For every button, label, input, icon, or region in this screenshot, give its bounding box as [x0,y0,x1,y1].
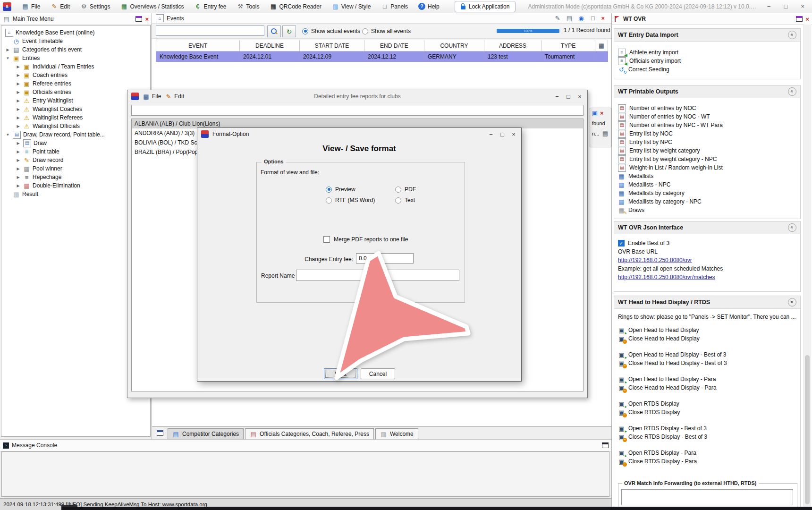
tree-item[interactable]: ▶▣Individual / Team Entries [1,62,150,71]
merge-pdf-checkbox[interactable]: Merge PDF reports to one file [323,236,408,243]
collapse-chevron-icon[interactable]: « [788,298,796,306]
close-display-item[interactable]: ▣−Close Head to Head Display - Para [614,383,800,392]
format-radio-rtf-ms-word-[interactable]: RTF (MS Word) [326,197,375,204]
ovr-item[interactable]: ▦✎Draws [614,206,800,214]
fee-close-icon[interactable]: × [576,93,584,100]
format-radio-pdf[interactable]: PDF [395,186,416,193]
enable-best-of-3-checkbox[interactable]: ✓Enable Best of 3 [614,239,800,247]
open-display-item[interactable]: ▣▸Open Head to Head Display [614,326,800,334]
chevron-down-icon[interactable]: ▼ [5,56,10,60]
ovr-maximize-icon[interactable] [796,16,803,22]
ovr-item[interactable]: ≡◀Officials entry import [614,57,800,65]
sliver-close-icon[interactable]: × [600,110,604,116]
dialog-close-icon[interactable]: × [510,131,517,138]
tab-welcome[interactable]: ▥Welcome [375,428,418,439]
cancel-button[interactable]: Cancel [361,368,395,379]
chevron-right-icon[interactable]: ▶ [16,184,21,188]
column-header[interactable]: EVENT [156,40,240,51]
ovr-item[interactable]: ▤Number of entries by NOC [614,104,800,112]
column-header[interactable]: END DATE [364,40,424,51]
search-button[interactable] [267,26,281,37]
chevron-right-icon[interactable]: ▶ [16,124,21,128]
e_copy-icon[interactable]: ▤ [566,15,573,22]
radio-show-all-events[interactable]: Show all events [362,28,411,34]
matches-url-link[interactable]: http://192.168.0.250:8080/ovr/matches [614,273,800,281]
menu-panels[interactable]: □Panels [381,3,408,10]
ovr-scrollbar-thumb[interactable] [805,355,810,504]
column-header[interactable]: TYPE [541,40,595,51]
chevron-right-icon[interactable]: ▶ [16,82,21,86]
chevron-right-icon[interactable]: ▶ [16,99,21,103]
format-radio-text[interactable]: Text [395,197,415,204]
tree-item[interactable]: ⌂Knowledge Base Event (online) [1,28,150,37]
ovr-close-icon[interactable]: × [805,16,809,22]
column-header[interactable]: COUNTRY [424,40,484,51]
fee-filter-input[interactable] [131,105,584,116]
chevron-right-icon[interactable]: ▶ [16,116,21,120]
ovr-item[interactable]: ▤Entry list by weight category [614,146,800,155]
menu-settings[interactable]: ⚙Settings [80,3,110,10]
minimize-icon[interactable]: − [767,3,771,10]
tab-competitor-categories[interactable]: ▤Competitor Categories [168,428,244,439]
format-radio-preview[interactable]: Preview [326,186,355,193]
column-config-button[interactable]: ▦ [595,40,608,51]
chevron-right-icon[interactable]: ▶ [16,65,21,69]
console-maximize-icon[interactable] [602,442,609,448]
chevron-right-icon[interactable]: ▶ [16,73,21,77]
open-display-item[interactable]: ▣▸Open Head to Head Display - Best of 3 [614,350,800,359]
ovr-item[interactable]: ↺↻Correct Seeding [614,65,800,74]
next-button[interactable]: Next [324,368,357,379]
tree-item[interactable]: ▶▣Coach entries [1,71,150,79]
column-header[interactable]: ADDRESS [484,40,541,51]
refresh-button[interactable]: ↻ [282,26,296,37]
chevron-right-icon[interactable]: ▶ [16,167,21,171]
changes-entry-fee-input[interactable] [356,253,414,264]
sliver-maximize-icon[interactable]: ▣ [592,110,598,117]
e_edit-icon[interactable]: ✎ [554,15,561,22]
ovr-item[interactable]: ▦Medallists - NPC [614,180,800,189]
close-display-item[interactable]: ▣−Close RTDS Display - Best of 3 [614,433,800,441]
ovr-item[interactable]: ≡◀Athlete entry import [614,48,800,57]
ovr-item[interactable]: ▤Entry list by weight category - NPC [614,155,800,163]
column-header[interactable]: DEADLINE [240,40,300,51]
open-display-item[interactable]: ▣▸Open Head to Head Display - Para [614,375,800,383]
ovr-item[interactable]: ▦Medallists by category - NPC [614,197,800,206]
collapse-chevron-icon[interactable]: « [788,223,796,232]
open-display-item[interactable]: ▣▸Open RTDS Display - Para [614,449,800,457]
chevron-down-icon[interactable]: ▼ [5,133,10,137]
forwarding-input[interactable] [621,489,793,505]
open-display-item[interactable]: ▣▸Open RTDS Display [614,400,800,408]
ovr-scrollbar[interactable] [804,25,811,509]
chevron-right-icon[interactable]: ▶ [16,150,21,154]
club-row[interactable]: ALBANIA (ALB) / Club Lion(Lions) [132,119,583,128]
close-display-item[interactable]: ▣−Close Head to Head Display - Best of 3 [614,359,800,367]
collapse-chevron-icon[interactable]: « [788,31,796,39]
open-display-item[interactable]: ▣▸Open RTDS Display - Best of 3 [614,424,800,433]
tree-item[interactable]: ▼▣Entries [1,54,150,62]
ovr-item[interactable]: ▤Number of entries by NPC - WT Para [614,121,800,129]
base-url-link[interactable]: http://192.168.0.250:8080/ovr [614,256,800,264]
ovr-item[interactable]: ▤Entry list by NOC [614,129,800,138]
dialog-minimize-icon[interactable]: − [487,131,495,138]
e_max-icon[interactable]: □ [589,15,596,22]
lock-application-button[interactable]: Lock Application [455,1,516,12]
panel-maximize-icon[interactable] [135,16,142,22]
menu-file[interactable]: ▤File [22,3,40,10]
panel-close-icon[interactable]: × [145,16,149,22]
chevron-right-icon[interactable]: ▶ [16,90,21,94]
ovr-item[interactable]: ▤Weight-in List / Random weigh-in List [614,163,800,172]
fee-file-menu[interactable]: ▤File [143,93,161,100]
chevron-right-icon[interactable]: ▶ [16,107,21,111]
ovr-item[interactable]: ▦Medallists by category [614,189,800,197]
chevron-right-icon[interactable]: ▶ [16,158,21,162]
menu-help[interactable]: ?Help [418,3,440,10]
chevron-right-icon[interactable]: ▶ [5,48,10,52]
ovr-item[interactable]: ▦Medallists [614,172,800,180]
taskbar-strip[interactable] [61,507,812,510]
menu-entry-fee[interactable]: €Entry fee [194,3,226,10]
radio-show-actual-events[interactable]: Show actual events [302,28,360,34]
tree-item[interactable]: ◷Event Timetable [1,37,150,45]
fee-edit-menu[interactable]: ✎Edit [165,93,184,100]
close-display-item[interactable]: ▣−Close Head to Head Display [614,334,800,343]
close-icon[interactable]: × [801,3,804,10]
